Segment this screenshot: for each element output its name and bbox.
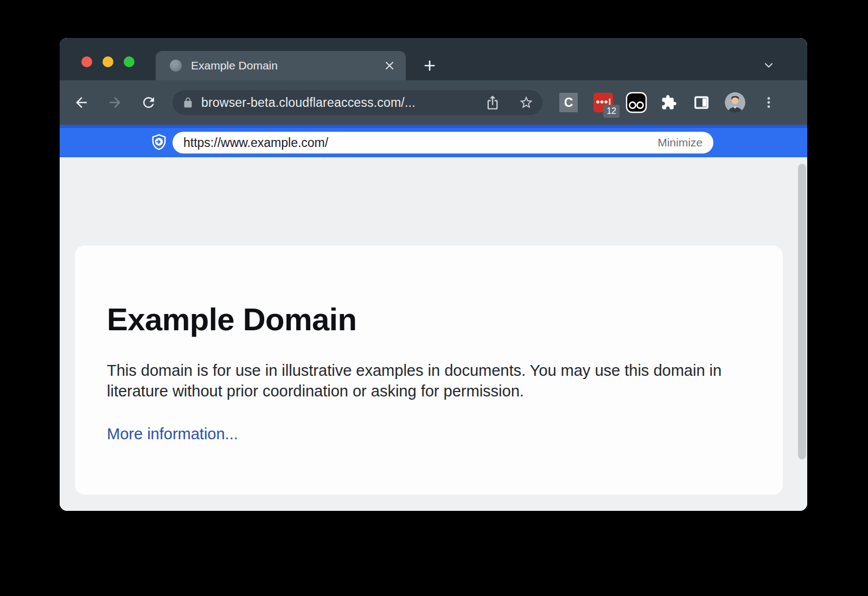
browser-toolbar: browser-beta.cloudflareaccess.com/... C … (60, 80, 807, 125)
side-panel-icon[interactable] (690, 91, 713, 114)
dark-extension-icon[interactable] (626, 92, 647, 113)
back-button[interactable] (69, 91, 93, 114)
extension-c-label: C (564, 95, 573, 110)
page-title: Example Domain (107, 301, 739, 337)
tab-title: Example Domain (191, 59, 278, 72)
new-tab-button[interactable] (419, 55, 441, 76)
chevron-down-icon[interactable] (758, 54, 780, 76)
isolation-bar: Minimize (60, 125, 807, 157)
extensions-puzzle-icon[interactable] (657, 91, 681, 114)
profile-avatar[interactable] (725, 92, 745, 113)
kebab-menu-icon[interactable] (757, 91, 781, 114)
isolated-url-input[interactable] (183, 136, 651, 150)
extension-c-icon[interactable]: C (559, 93, 578, 112)
minimize-window-button[interactable] (103, 56, 113, 67)
close-tab-icon[interactable] (383, 59, 396, 72)
tab-example-domain[interactable]: Example Domain (156, 51, 406, 80)
globe-favicon-icon (170, 60, 182, 72)
isolated-url-bar[interactable]: Minimize (173, 132, 713, 153)
address-bar-url: browser-beta.cloudflareaccess.com/... (201, 95, 416, 110)
fullscreen-window-button[interactable] (124, 56, 135, 67)
reload-button[interactable] (137, 91, 161, 114)
share-icon[interactable] (481, 91, 505, 114)
tab-strip: Example Domain (60, 38, 807, 80)
shield-icon (150, 133, 168, 152)
browser-window: Example Domain browser-beta.cloudflareac… (60, 38, 807, 511)
lastpass-extension-icon[interactable]: 12 (593, 93, 613, 112)
forward-button[interactable] (103, 91, 127, 114)
page-viewport: Example Domain This domain is for use in… (60, 157, 807, 511)
lock-icon[interactable] (182, 97, 194, 108)
page-paragraph: This domain is for use in illustrative e… (107, 360, 731, 401)
vertical-scrollbar[interactable] (798, 164, 806, 459)
minimize-button[interactable]: Minimize (658, 136, 703, 149)
example-domain-card: Example Domain This domain is for use in… (75, 246, 783, 495)
extension-badge: 12 (603, 105, 620, 118)
more-information-link[interactable]: More information... (107, 425, 238, 443)
bookmark-star-icon[interactable] (514, 91, 538, 114)
close-window-button[interactable] (81, 56, 92, 67)
